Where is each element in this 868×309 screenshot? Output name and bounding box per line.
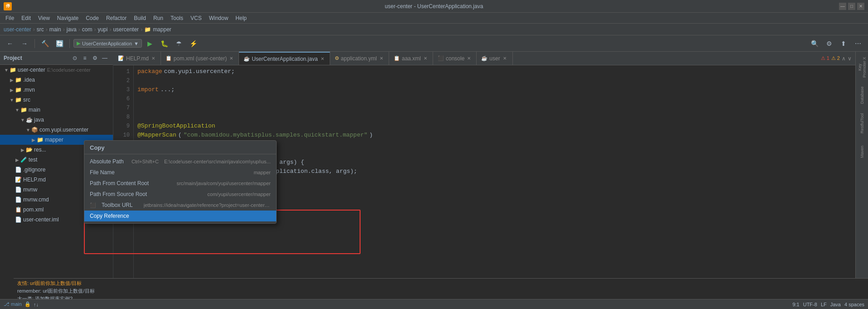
maximize-button[interactable]: □ xyxy=(848,3,855,10)
back-button[interactable]: ← xyxy=(4,37,16,50)
copy-menu-absolute-path[interactable]: Absolute Path Ctrl+Shift+C E:\code\user-… xyxy=(84,156,276,167)
filename-value: mapper xyxy=(254,170,270,175)
toolbox-url-label: Toolbox URL xyxy=(102,202,133,208)
menu-view[interactable]: View xyxy=(34,13,54,23)
search-button[interactable]: 🔍 xyxy=(808,37,821,50)
sep6: › xyxy=(109,26,111,33)
breadcrumb-bar: user-center › src › main › java › com › … xyxy=(0,24,868,35)
menu-tools[interactable]: Tools xyxy=(167,13,187,23)
source-root-value: com/yupi/usercenter/mapper xyxy=(207,191,270,197)
menu-file[interactable]: File xyxy=(2,13,18,23)
app-icon: 停 xyxy=(4,2,12,10)
title-bar-left: 停 xyxy=(4,2,12,10)
settings-button[interactable]: ⚙ xyxy=(823,37,835,50)
sep1: › xyxy=(33,26,35,33)
breadcrumb-yupi[interactable]: yupi xyxy=(98,26,107,33)
menu-help[interactable]: Help xyxy=(232,13,250,23)
menu-window[interactable]: Window xyxy=(205,13,232,23)
copy-reference-label: Copy Reference xyxy=(90,213,265,219)
toolbox-icon: ⬛ xyxy=(90,202,96,208)
menu-refactor[interactable]: Refactor xyxy=(102,13,130,23)
context-menu-title: Copy xyxy=(84,142,276,154)
run-config-icon: ▶ xyxy=(77,40,80,46)
close-button[interactable]: ✕ xyxy=(857,3,864,10)
copy-menu-source-root[interactable]: Path From Source Root com/yupi/usercente… xyxy=(84,189,276,200)
minimize-button[interactable]: — xyxy=(839,3,846,10)
breadcrumb-mapper[interactable]: mapper xyxy=(153,26,171,33)
menu-bar: File Edit View Navigate Code Refactor Bu… xyxy=(0,13,868,24)
absolute-path-shortcut: Ctrl+Shift+C xyxy=(132,159,159,164)
toolbar-sep1 xyxy=(34,39,35,48)
menu-vcs[interactable]: VCS xyxy=(187,13,205,23)
menu-navigate[interactable]: Navigate xyxy=(54,13,82,23)
context-menu: Copy Absolute Path Ctrl+Shift+C E:\code\… xyxy=(84,140,277,224)
title-bar-controls: — □ ✕ xyxy=(839,3,864,10)
toolbar: ← → 🔨 🔄 ▶ UserCenterApplication ▼ ▶ 🐛 ☂ … xyxy=(0,35,868,52)
sep4: › xyxy=(78,26,80,33)
copy-menu-filename[interactable]: File Name mapper xyxy=(84,167,276,178)
breadcrumb-usercenter2[interactable]: usercenter xyxy=(113,26,139,33)
debug-button[interactable]: 🐛 xyxy=(158,37,171,50)
breadcrumb-main[interactable]: main xyxy=(49,26,61,33)
absolute-path-value: E:\code\user-center\src\main\java\com\yu… xyxy=(164,159,271,164)
coverage-button[interactable]: ☂ xyxy=(173,37,185,50)
forward-button[interactable]: → xyxy=(18,37,31,50)
filename-label: File Name xyxy=(90,169,243,176)
folder-icon: 📁 xyxy=(144,26,151,33)
update-button[interactable]: ⬆ xyxy=(837,37,850,50)
main-layout: Project ⊙ ≡ ⚙ — ▼ 📁 user-center E:\code\… xyxy=(0,52,868,308)
sync-button[interactable]: 🔄 xyxy=(53,37,66,50)
toolbar-sep2 xyxy=(69,39,70,48)
title-bar: 停 user-center - UserCenterApplication.ja… xyxy=(0,0,868,13)
breadcrumb-com[interactable]: com xyxy=(82,26,93,33)
run-config-label: UserCenterApplication xyxy=(82,41,132,46)
menu-edit[interactable]: Edit xyxy=(18,13,34,23)
run-config-dropdown-icon: ▼ xyxy=(134,41,139,46)
sep7: › xyxy=(141,26,142,33)
breadcrumb-src[interactable]: src xyxy=(37,26,44,33)
menu-run[interactable]: Run xyxy=(150,13,167,23)
context-menu-overlay[interactable]: Copy Absolute Path Ctrl+Shift+C E:\code\… xyxy=(0,52,868,308)
breadcrumb-java[interactable]: java xyxy=(67,26,77,33)
sep5: › xyxy=(94,26,96,33)
absolute-path-label: Absolute Path xyxy=(90,158,126,165)
build-project-button[interactable]: 🔨 xyxy=(39,37,51,50)
title-bar-title: user-center - UserCenterApplication.java xyxy=(385,3,483,10)
run-button[interactable]: ▶ xyxy=(144,37,156,50)
profile-button[interactable]: ⚡ xyxy=(187,37,200,50)
sep2: › xyxy=(46,26,48,33)
content-root-value: src/main/java/com/yupi/usercenter/mapper xyxy=(176,181,270,186)
menu-build[interactable]: Build xyxy=(130,13,150,23)
content-root-label: Path From Content Root xyxy=(90,180,166,186)
breadcrumb-usercenter[interactable]: user-center xyxy=(4,26,31,33)
source-root-label: Path From Source Root xyxy=(90,191,196,197)
toolbox-url-value: jetbrains://idea/navigate/reference?proj… xyxy=(144,202,271,208)
menu-code[interactable]: Code xyxy=(82,13,102,23)
copy-menu-content-root[interactable]: Path From Content Root src/main/java/com… xyxy=(84,178,276,189)
copy-menu-toolbox-url[interactable]: ⬛ Toolbox URL jetbrains://idea/navigate/… xyxy=(84,200,276,211)
sep3: › xyxy=(63,26,65,33)
more-button[interactable]: ⋯ xyxy=(852,37,864,50)
run-config-selector[interactable]: ▶ UserCenterApplication ▼ xyxy=(73,39,142,48)
copy-menu-copy-reference[interactable]: Copy Reference xyxy=(84,211,276,221)
